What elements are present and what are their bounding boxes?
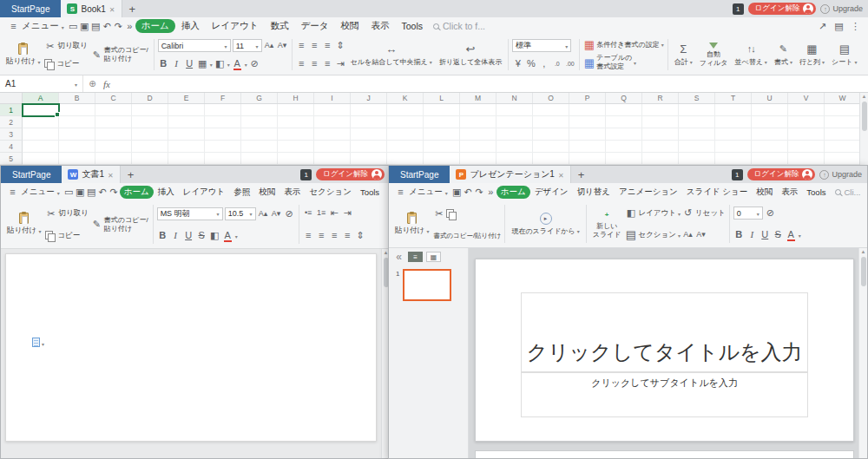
- vertical-scrollbar[interactable]: ▲: [859, 93, 868, 165]
- italic-button[interactable]: [171, 58, 182, 70]
- task-pane-icon[interactable]: [833, 20, 845, 32]
- presentation-tab-view[interactable]: 表示: [777, 186, 802, 199]
- column-header-H[interactable]: H: [278, 93, 314, 103]
- new-tab-button[interactable]: [122, 0, 143, 17]
- presentation-redo-icon[interactable]: [474, 186, 485, 198]
- column-header-O[interactable]: O: [533, 93, 569, 103]
- cell-N1[interactable]: [496, 104, 533, 116]
- writer-underline-button[interactable]: [183, 230, 194, 242]
- writer-clear-format-icon[interactable]: [284, 207, 295, 220]
- column-header-D[interactable]: D: [132, 93, 168, 103]
- cell-S3[interactable]: [679, 128, 715, 141]
- cell-G2[interactable]: [241, 116, 278, 128]
- cell-G5[interactable]: [241, 153, 278, 165]
- clear-format-button[interactable]: [249, 58, 260, 70]
- tab-close-icon[interactable]: [109, 4, 115, 14]
- writer-undo-icon[interactable]: [97, 186, 108, 198]
- cell-V4[interactable]: [788, 141, 825, 153]
- section-button[interactable]: セクション: [625, 229, 681, 241]
- cell-F2[interactable]: [205, 116, 241, 128]
- column-header-W[interactable]: W: [825, 93, 861, 103]
- cell-V3[interactable]: [788, 128, 825, 141]
- slide-thumbnail-row[interactable]: 1: [389, 266, 468, 301]
- increase-font-icon[interactable]: [264, 40, 275, 52]
- tab-startpage[interactable]: StartPage: [0, 0, 61, 17]
- writer-bullets-button[interactable]: [303, 207, 314, 220]
- cell-B3[interactable]: [59, 128, 95, 141]
- cell-G3[interactable]: [241, 128, 278, 141]
- presentation-increase-font-icon[interactable]: [682, 229, 694, 241]
- presentation-search-box[interactable]: Cli...: [835, 187, 861, 197]
- cell-H4[interactable]: [278, 141, 314, 153]
- row-header-2[interactable]: 2: [0, 116, 23, 128]
- cell-D3[interactable]: [132, 128, 168, 141]
- notification-badge[interactable]: 1: [733, 3, 744, 15]
- cell-L4[interactable]: [424, 141, 460, 153]
- cell-D4[interactable]: [132, 141, 168, 153]
- font-size-select[interactable]: 11: [233, 39, 262, 52]
- copy-button[interactable]: コピー: [44, 59, 87, 69]
- cell-O2[interactable]: [533, 116, 569, 128]
- wrap-text-button[interactable]: 折り返して全体表示: [436, 36, 506, 73]
- cell-H3[interactable]: [278, 128, 314, 141]
- cell-A1[interactable]: [23, 104, 59, 116]
- cell-I5[interactable]: [314, 153, 351, 165]
- sort-button[interactable]: 並べ替え: [731, 36, 770, 73]
- presentation-scroll-up-icon[interactable]: ▲: [861, 249, 866, 254]
- cell-E1[interactable]: [168, 104, 205, 116]
- cell-I4[interactable]: [314, 141, 351, 153]
- align-right-icon[interactable]: [322, 58, 333, 70]
- cell-J4[interactable]: [351, 141, 387, 153]
- presentation-logout-button[interactable]: ログイン解除: [747, 168, 816, 180]
- cell-V2[interactable]: [788, 116, 825, 128]
- column-header-I[interactable]: I: [314, 93, 351, 103]
- tab-view[interactable]: 表示: [365, 19, 396, 33]
- column-header-C[interactable]: C: [95, 93, 132, 103]
- cell-T2[interactable]: [715, 116, 752, 128]
- cell-W5[interactable]: [825, 153, 861, 165]
- column-header-M[interactable]: M: [460, 93, 496, 103]
- writer-line-spacing-button[interactable]: [355, 229, 366, 241]
- presentation-tab-slideshow[interactable]: スライド ショー: [682, 186, 752, 199]
- presentation-scroll-thumb[interactable]: [861, 257, 866, 286]
- writer-decrease-font-icon[interactable]: [271, 207, 282, 220]
- cell-U3[interactable]: [752, 128, 788, 141]
- underline-button[interactable]: [184, 58, 195, 70]
- indent-icon[interactable]: [335, 58, 346, 70]
- collapse-panel-icon[interactable]: [393, 251, 404, 263]
- presentation-copy-icon[interactable]: [446, 209, 457, 220]
- cell-T4[interactable]: [715, 141, 752, 153]
- writer-doc-tab[interactable]: W 文書1: [62, 166, 120, 183]
- presentation-underline-button[interactable]: [760, 229, 771, 241]
- cell-A4[interactable]: [23, 141, 59, 153]
- logout-button[interactable]: ログイン解除: [748, 3, 817, 15]
- cell-N4[interactable]: [496, 141, 533, 153]
- cell-C4[interactable]: [95, 141, 132, 153]
- fill-color-button[interactable]: [214, 58, 226, 70]
- scroll-thumb[interactable]: [862, 102, 867, 131]
- cell-K2[interactable]: [387, 116, 424, 128]
- writer-copy-button[interactable]: コピー: [45, 231, 88, 241]
- presentation-tab-tools[interactable]: Tools: [802, 187, 830, 198]
- align-bottom-icon[interactable]: [322, 40, 333, 52]
- cell-P1[interactable]: [569, 104, 606, 116]
- cell-R1[interactable]: [642, 104, 679, 116]
- cell-M4[interactable]: [460, 141, 496, 153]
- orientation-icon[interactable]: [335, 40, 346, 52]
- tab-review[interactable]: 校閲: [335, 19, 365, 33]
- cell-U5[interactable]: [752, 153, 788, 165]
- cell-S5[interactable]: [679, 153, 715, 165]
- tab-book1[interactable]: S Book1: [61, 0, 122, 17]
- cell-P5[interactable]: [569, 153, 606, 165]
- writer-indent-button[interactable]: [342, 207, 353, 220]
- cell-G1[interactable]: [241, 104, 278, 116]
- align-left-icon[interactable]: [296, 58, 307, 70]
- print-icon[interactable]: [90, 20, 102, 32]
- more-icon[interactable]: [850, 20, 861, 32]
- cell-T1[interactable]: [715, 104, 752, 116]
- column-header-S[interactable]: S: [679, 93, 715, 103]
- writer-menu-button[interactable]: メニュー: [3, 186, 63, 198]
- cell-E3[interactable]: [168, 128, 205, 141]
- cell-S1[interactable]: [679, 104, 715, 116]
- cell-I2[interactable]: [314, 116, 351, 128]
